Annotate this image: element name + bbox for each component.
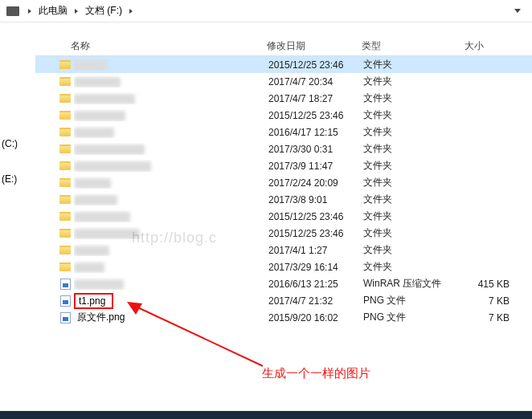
archive-file-icon [60, 279, 71, 290]
file-date: 2016/6/13 21:25 [268, 279, 363, 290]
file-type: PNG 文件 [363, 294, 466, 307]
file-name [74, 210, 268, 222]
file-size: 7 KB [466, 312, 514, 323]
file-row[interactable]: 2017/3/30 0:31文件夹 [35, 140, 532, 157]
file-name: 原文件.png [74, 311, 268, 324]
file-name [74, 160, 268, 171]
file-name [74, 244, 268, 255]
chevron-right-icon [75, 9, 78, 14]
file-name [74, 126, 268, 137]
folder-icon [59, 195, 71, 204]
annotation-label: 生成一个一样的图片 [262, 366, 370, 381]
file-name [74, 278, 268, 289]
address-bar[interactable]: 此电脑 文档 (F:) [0, 0, 532, 22]
file-type: WinRAR 压缩文件 [363, 277, 466, 291]
file-type: 文件夹 [363, 75, 466, 88]
sidebar: (C:) (E:) [0, 22, 35, 326]
file-date: 2017/4/7 21:32 [268, 295, 363, 307]
file-date: 2015/12/25 23:46 [268, 228, 363, 239]
file-date: 2015/12/25 23:46 [268, 59, 363, 71]
file-row[interactable]: 2015/12/25 23:46文件夹 [35, 225, 532, 242]
folder-icon [59, 60, 71, 69]
file-type: PNG 文件 [363, 311, 466, 324]
file-date: 2017/3/30 0:31 [268, 144, 363, 155]
file-name [74, 92, 268, 104]
file-name [74, 177, 268, 188]
file-date: 2017/4/7 20:34 [268, 76, 363, 87]
folder-icon [59, 246, 71, 254]
file-rows: 2015/12/25 23:46文件夹2017/4/7 20:34文件夹2017… [35, 56, 532, 326]
folder-icon [59, 94, 71, 103]
file-row[interactable]: 原文件.png2015/9/20 16:02PNG 文件7 KB [35, 309, 532, 326]
chevron-right-icon [129, 9, 133, 14]
file-size: 7 KB [466, 295, 514, 307]
file-date: 2017/3/29 16:14 [268, 262, 363, 273]
file-row[interactable]: 2017/4/7 20:34文件夹 [35, 73, 532, 90]
file-date: 2017/4/7 18:27 [268, 93, 363, 104]
file-row[interactable]: t1.png2017/4/7 21:32PNG 文件7 KB [35, 292, 532, 309]
file-date: 2017/3/9 11:47 [268, 161, 363, 172]
file-row[interactable]: 2016/4/17 12:15文件夹 [35, 124, 532, 140]
file-name [74, 193, 268, 205]
file-list-pane: 名称 修改日期 类型 大小 2015/12/25 23:46文件夹2017/4/… [35, 22, 532, 326]
chevron-right-icon [28, 9, 31, 14]
file-type: 文件夹 [363, 108, 466, 122]
header-size[interactable]: 大小 [464, 39, 513, 53]
file-name [74, 59, 268, 70]
file-row[interactable]: 2015/12/25 23:46文件夹 [35, 56, 532, 73]
folder-icon [59, 128, 71, 136]
file-name [74, 109, 268, 120]
file-date: 2017/2/24 20:09 [268, 177, 363, 189]
file-name [74, 143, 268, 154]
column-headers: 名称 修改日期 类型 大小 [35, 37, 532, 56]
file-type: 文件夹 [363, 226, 466, 240]
header-name[interactable]: 名称 [71, 39, 267, 53]
folder-icon [59, 229, 71, 238]
file-date: 2017/4/1 1:27 [268, 245, 363, 256]
file-row[interactable]: 2015/12/25 23:46文件夹 [35, 208, 532, 225]
folder-icon [59, 161, 71, 170]
file-type: 文件夹 [363, 193, 466, 206]
folder-icon [59, 144, 71, 153]
file-row[interactable]: 2017/4/7 18:27文件夹 [35, 90, 532, 107]
file-date: 2017/3/8 9:01 [268, 194, 363, 205]
folder-icon [59, 77, 71, 86]
file-type: 文件夹 [363, 210, 466, 223]
file-type: 文件夹 [363, 58, 466, 71]
file-row[interactable]: 2016/6/13 21:25WinRAR 压缩文件415 KB [35, 275, 532, 292]
file-name: t1.png [74, 293, 268, 309]
header-date[interactable]: 修改日期 [267, 39, 362, 53]
file-row[interactable]: 2017/4/1 1:27文件夹 [35, 242, 532, 258]
file-type: 文件夹 [363, 243, 466, 257]
file-date: 2016/4/17 12:15 [268, 127, 363, 138]
sidebar-item-drive-e[interactable]: (E:) [2, 173, 17, 185]
file-row[interactable]: 2017/3/9 11:47文件夹 [35, 157, 532, 174]
file-date: 2015/12/25 23:46 [268, 110, 363, 121]
file-name [74, 261, 268, 272]
chevron-down-icon[interactable] [514, 9, 521, 13]
file-row[interactable]: 2017/2/24 20:09文件夹 [35, 174, 532, 191]
file-type: 文件夹 [363, 260, 466, 274]
file-size: 415 KB [466, 279, 514, 290]
file-row[interactable]: 2015/12/25 23:46文件夹 [35, 107, 532, 124]
breadcrumb-segment[interactable]: 文档 (F:) [82, 2, 125, 19]
file-type: 文件夹 [363, 176, 466, 189]
file-type: 文件夹 [363, 142, 466, 156]
breadcrumb-segment[interactable]: 此电脑 [35, 2, 71, 19]
taskbar-fragment [0, 411, 532, 419]
file-date: 2015/9/20 16:02 [268, 312, 363, 323]
folder-icon [59, 262, 71, 271]
file-name [74, 75, 268, 87]
file-type: 文件夹 [363, 159, 466, 173]
file-row[interactable]: 2017/3/29 16:14文件夹 [35, 258, 532, 275]
header-type[interactable]: 类型 [362, 39, 464, 53]
file-name [74, 227, 268, 238]
file-type: 文件夹 [363, 125, 466, 139]
file-row[interactable]: 2017/3/8 9:01文件夹 [35, 191, 532, 208]
image-file-icon [60, 295, 71, 307]
file-type: 文件夹 [363, 92, 466, 105]
sidebar-item-drive-c[interactable]: (C:) [2, 138, 18, 149]
folder-icon [59, 111, 71, 120]
image-file-icon [60, 312, 71, 323]
folder-icon [59, 212, 71, 221]
